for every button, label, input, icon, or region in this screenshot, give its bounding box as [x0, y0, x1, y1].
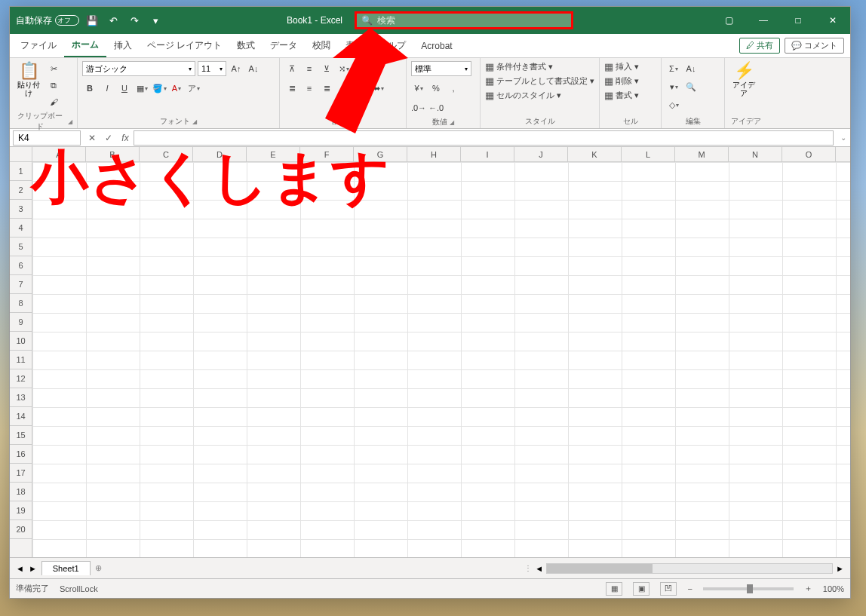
row-2[interactable]: 2 — [10, 181, 32, 200]
font-size-select[interactable]: 11▾ — [198, 61, 226, 76]
find-select-icon[interactable]: 🔍 — [683, 79, 699, 94]
undo-icon[interactable]: ↶ — [105, 12, 121, 29]
fill-icon[interactable]: ▾ — [666, 79, 681, 94]
insert-cells-button[interactable]: ▦挿入 ▾ — [604, 61, 639, 72]
alignment-dialog-launcher[interactable]: ◢ — [349, 118, 354, 125]
row-7[interactable]: 7 — [10, 275, 32, 294]
paste-button[interactable]: 📋 貼り付け — [14, 61, 43, 97]
share-button[interactable]: 🖊 共有 — [739, 38, 780, 54]
delete-cells-button[interactable]: ▦削除 ▾ — [604, 75, 639, 87]
wrap-text-icon[interactable]: ↩ — [354, 61, 369, 76]
tab-insert[interactable]: 挿入 — [106, 35, 140, 57]
formula-input[interactable] — [134, 130, 834, 146]
clear-icon[interactable]: ◇ — [666, 97, 681, 112]
row-16[interactable]: 16 — [10, 445, 32, 464]
row-6[interactable]: 6 — [10, 256, 32, 275]
hscroll-left[interactable]: ◄ — [535, 564, 543, 573]
name-box[interactable]: K4 — [13, 130, 81, 146]
row-1[interactable]: 1 — [10, 162, 32, 181]
row-12[interactable]: 12 — [10, 369, 32, 388]
row-5[interactable]: 5 — [10, 238, 32, 256]
underline-button[interactable]: U — [117, 81, 132, 96]
search-box[interactable]: 🔍 検索 — [355, 11, 573, 29]
cell-area[interactable] — [32, 162, 850, 557]
view-normal-icon[interactable]: ▦ — [606, 582, 622, 596]
row-3[interactable]: 3 — [10, 200, 32, 219]
col-K[interactable]: K — [568, 147, 622, 161]
row-18[interactable]: 18 — [10, 483, 32, 501]
cancel-formula-icon[interactable]: ✕ — [84, 133, 100, 143]
tab-data[interactable]: データ — [263, 35, 305, 57]
zoom-in-button[interactable]: ＋ — [804, 583, 812, 594]
copy-icon[interactable]: ⧉ — [46, 78, 61, 93]
select-all-corner[interactable] — [10, 147, 32, 161]
col-L[interactable]: L — [622, 147, 675, 161]
insert-function-button[interactable]: fx — [117, 133, 134, 143]
row-9[interactable]: 9 — [10, 313, 32, 332]
row-8[interactable]: 8 — [10, 294, 32, 313]
col-E[interactable]: E — [247, 147, 300, 161]
zoom-level[interactable]: 100% — [823, 584, 844, 593]
enter-formula-icon[interactable]: ✓ — [100, 133, 117, 143]
zoom-slider[interactable] — [703, 587, 794, 590]
increase-font-icon[interactable]: A↑ — [229, 61, 244, 76]
col-B[interactable]: B — [86, 147, 140, 161]
fill-color-button[interactable]: 🪣 — [152, 81, 167, 96]
tab-file[interactable]: ファイル — [13, 35, 64, 57]
conditional-formatting-button[interactable]: ▦条件付き書式 ▾ — [485, 61, 553, 72]
number-dialog-launcher[interactable]: ◢ — [450, 119, 454, 126]
clipboard-dialog-launcher[interactable]: ◢ — [68, 118, 72, 125]
sort-filter-icon[interactable]: A↓ — [683, 61, 699, 76]
row-4[interactable]: 4 — [10, 219, 32, 238]
tab-formulas[interactable]: 数式 — [229, 35, 263, 57]
merge-center-icon[interactable]: ⬌ — [371, 81, 386, 96]
increase-decimal-icon[interactable]: .0→ — [411, 100, 426, 115]
decrease-decimal-icon[interactable]: ←.0 — [428, 100, 444, 115]
font-name-select[interactable]: 游ゴシック▾ — [82, 61, 195, 76]
row-13[interactable]: 13 — [10, 388, 32, 407]
col-O[interactable]: O — [782, 147, 836, 161]
col-I[interactable]: I — [461, 147, 514, 161]
expand-formula-bar-icon[interactable]: ⌄ — [837, 133, 850, 142]
row-20[interactable]: 20 — [10, 520, 32, 539]
font-dialog-launcher[interactable]: ◢ — [192, 118, 197, 125]
align-bottom-icon[interactable]: ⊻ — [319, 61, 334, 76]
col-J[interactable]: J — [514, 147, 568, 161]
col-N[interactable]: N — [729, 147, 782, 161]
add-sheet-button[interactable]: ⊕ — [95, 563, 102, 573]
qat-more-icon[interactable]: ▾ — [147, 12, 164, 29]
accounting-format-icon[interactable]: ¥ — [411, 81, 426, 96]
save-icon[interactable]: 💾 — [84, 12, 100, 29]
tab-acrobat[interactable]: Acrobat — [413, 36, 459, 56]
percent-format-icon[interactable]: % — [428, 81, 444, 96]
bold-button[interactable]: B — [82, 81, 97, 96]
format-cells-button[interactable]: ▦書式 ▾ — [604, 90, 639, 101]
col-H[interactable]: H — [407, 147, 461, 161]
zoom-out-button[interactable]: − — [687, 584, 692, 593]
font-color-button[interactable]: A — [169, 81, 184, 96]
phonetic-button[interactable]: ア — [186, 81, 201, 96]
view-page-layout-icon[interactable]: ▣ — [633, 582, 650, 596]
format-as-table-button[interactable]: ▦テーブルとして書式設定 ▾ — [485, 75, 594, 87]
col-D[interactable]: D — [193, 147, 247, 161]
format-painter-icon[interactable]: 🖌 — [46, 94, 61, 109]
row-10[interactable]: 10 — [10, 332, 32, 351]
minimize-button[interactable]: — — [746, 7, 781, 34]
number-format-select[interactable]: 標準▾ — [411, 61, 471, 76]
sheet-nav-prev[interactable]: ◄ — [16, 564, 24, 573]
ideas-button[interactable]: ⚡ アイデア — [729, 61, 758, 97]
hscroll-split-icon[interactable]: ⋮ — [524, 564, 532, 572]
col-M[interactable]: M — [675, 147, 729, 161]
tab-page-layout[interactable]: ページ レイアウト — [140, 35, 229, 57]
row-14[interactable]: 14 — [10, 407, 32, 426]
ribbon-display-options-button[interactable]: ▢ — [711, 7, 746, 34]
align-left-icon[interactable]: ≣ — [284, 81, 299, 96]
sheet-nav-next[interactable]: ► — [29, 564, 37, 573]
col-A[interactable]: A — [32, 147, 86, 161]
align-middle-icon[interactable]: ≡ — [302, 61, 317, 76]
view-page-break-icon[interactable]: 凹 — [660, 582, 677, 596]
autosum-icon[interactable]: Σ — [666, 61, 681, 76]
col-F[interactable]: F — [300, 147, 354, 161]
outdent-icon[interactable]: ⇤ — [336, 81, 352, 96]
align-center-icon[interactable]: ≡ — [302, 81, 317, 96]
